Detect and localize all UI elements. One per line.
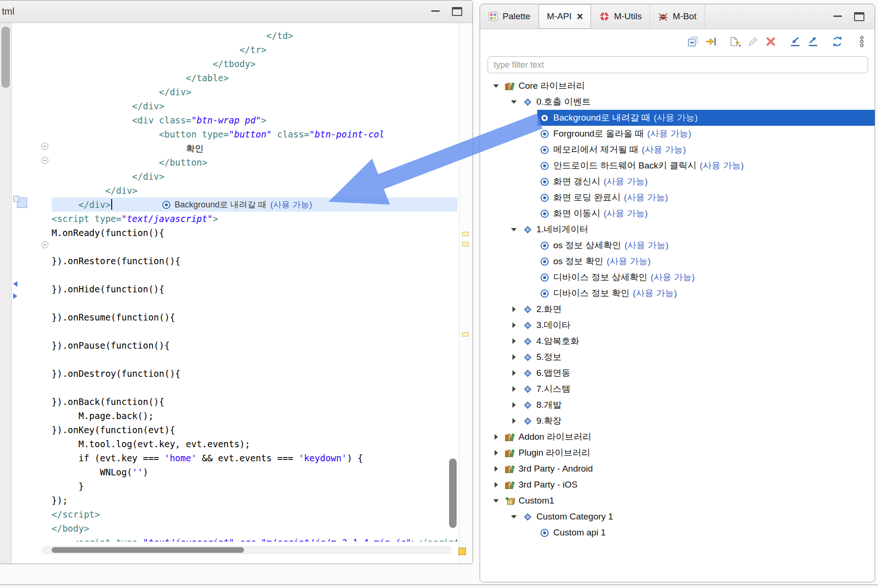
tree-item[interactable]: Custom1 [480, 493, 875, 509]
chevron-right-icon[interactable] [491, 482, 501, 488]
edit-icon[interactable] [746, 35, 759, 48]
tree-item[interactable]: 2.화면 [480, 301, 875, 317]
overflow-menu-icon[interactable] [855, 35, 868, 48]
tree-item-row[interactable]: Core 라이브러리 [503, 78, 875, 94]
collapse-all-icon[interactable] [686, 35, 699, 48]
refresh-icon[interactable] [831, 35, 844, 48]
tree-item-row[interactable]: 4.암복호화 [520, 333, 875, 349]
tab-m-bot[interactable]: M-Bot [650, 4, 705, 29]
tab-m-api[interactable]: M-API× [539, 4, 591, 29]
tree-item[interactable]: 화면 로딩 완료시(사용 가능) [480, 190, 875, 206]
tree-item-row[interactable]: Custom1 [503, 493, 875, 509]
minimize-icon[interactable] [431, 8, 440, 15]
chevron-right-icon[interactable] [509, 338, 519, 344]
tree-item-row[interactable]: 0.호출 이벤트 [520, 94, 875, 110]
tree-item[interactable]: 메모리에서 제거될 때(사용 가능) [480, 142, 875, 158]
tree-item-row[interactable]: os 정보 상세확인(사용 가능) [537, 237, 875, 253]
tree-item-row[interactable]: 안드로이드 하드웨어 Back키 클릭시(사용 가능) [537, 158, 875, 174]
chevron-right-icon[interactable] [509, 306, 519, 312]
export-icon[interactable] [806, 35, 819, 48]
horizontal-scrollbar[interactable] [41, 546, 452, 554]
fold-collapse-icon[interactable] [41, 157, 48, 164]
tree-item[interactable]: Core 라이브러리 [480, 78, 875, 94]
tree-item-row[interactable]: 3rd Party - iOS [503, 477, 875, 493]
tree-item[interactable]: Forground로 올라올 때(사용 가능) [480, 126, 875, 142]
tree-item[interactable]: Addon 라이브러리 [480, 429, 875, 445]
ruler-marker[interactable] [462, 232, 469, 236]
tree-item[interactable]: 3.데이타 [480, 317, 875, 333]
tree-item[interactable]: 4.암복호화 [480, 333, 875, 349]
chevron-right-icon[interactable] [509, 354, 519, 360]
chevron-right-icon[interactable] [509, 322, 519, 328]
tree-item[interactable]: os 정보 상세확인(사용 가능) [480, 237, 875, 253]
chevron-right-icon[interactable] [509, 402, 519, 408]
tree-item[interactable]: 1.네비게이터 [480, 221, 875, 237]
tab-m-utils[interactable]: M-Utils [591, 4, 650, 29]
chevron-right-icon[interactable] [509, 386, 519, 392]
fold-collapse-icon[interactable] [41, 241, 48, 248]
editor-left-ruler[interactable] [0, 23, 12, 564]
tree-item[interactable]: 3rd Party - Android [480, 461, 875, 477]
chevron-down-icon[interactable] [509, 100, 519, 104]
tree-item[interactable]: 6.앱연동 [480, 365, 875, 381]
tree-item-row[interactable]: 7.시스템 [520, 381, 875, 397]
chevron-right-icon[interactable] [491, 466, 501, 472]
horizontal-scrollbar-thumb[interactable] [52, 547, 244, 553]
tree-item[interactable]: 5.정보 [480, 349, 875, 365]
tree-item[interactable]: os 정보 확인(사용 가능) [480, 253, 875, 269]
chevron-right-icon[interactable] [509, 418, 519, 424]
tree-item[interactable]: 0.호출 이벤트 [480, 94, 875, 110]
tree-item-row[interactable]: 화면 이동시(사용 가능) [537, 206, 875, 221]
tree-item-row[interactable]: 3.데이타 [520, 317, 875, 333]
chevron-down-icon[interactable] [491, 499, 501, 503]
tree-item-row[interactable]: 8.개발 [520, 397, 875, 413]
left-ruler-thumb[interactable] [1, 27, 10, 88]
close-icon[interactable]: × [577, 11, 583, 22]
tree-item-row[interactable]: Background로 내려갈 때(사용 가능) [537, 110, 875, 126]
tree-item[interactable]: 안드로이드 하드웨어 Back키 클릭시(사용 가능) [480, 158, 875, 174]
tree-item[interactable]: Custom api 1 [480, 525, 875, 541]
new-api-icon[interactable] [728, 35, 741, 48]
chevron-right-icon[interactable] [491, 450, 501, 456]
tree-item-row[interactable]: 6.앱연동 [520, 365, 875, 381]
filter-input[interactable] [488, 56, 868, 73]
import-icon[interactable] [788, 35, 802, 48]
tree-item-row[interactable]: Forground로 올라올 때(사용 가능) [537, 126, 875, 142]
tree-item[interactable]: 화면 이동시(사용 가능) [480, 206, 875, 221]
tree-item-row[interactable]: 3rd Party - Android [503, 461, 875, 477]
tree-item[interactable]: 7.시스템 [480, 381, 875, 397]
tree-item-row[interactable]: 디바이스 정보 상세확인(사용 가능) [537, 269, 875, 285]
ruler-marker[interactable] [462, 332, 469, 336]
delete-icon[interactable] [764, 35, 777, 48]
tree-item[interactable]: Plugin 라이브러리 [480, 445, 875, 461]
tree-item[interactable]: Background로 내려갈 때(사용 가능) [480, 110, 875, 126]
maximize-icon[interactable] [452, 7, 462, 16]
chevron-right-icon[interactable] [509, 370, 519, 376]
tree-item-row[interactable]: 2.화면 [520, 301, 875, 317]
overview-ruler[interactable] [459, 23, 473, 564]
editor-tab-label[interactable]: tml [2, 6, 15, 17]
fold-collapse-icon[interactable] [41, 143, 48, 150]
tree-item[interactable]: 3rd Party - iOS [480, 477, 875, 493]
chevron-down-icon[interactable] [509, 515, 519, 519]
tree-item[interactable]: 9.확장 [480, 413, 875, 429]
tree-item-row[interactable]: Plugin 라이브러리 [503, 445, 875, 461]
tree-item-row[interactable]: 9.확장 [520, 413, 875, 429]
minimize-icon[interactable] [833, 13, 842, 20]
code-editor[interactable]: </td> </tr> </tbody> </table> </div> </d… [0, 23, 473, 564]
chevron-right-icon[interactable] [491, 434, 501, 440]
tree-item[interactable]: 디바이스 정보 확인(사용 가능) [480, 285, 875, 301]
tree-item-row[interactable]: Addon 라이브러리 [503, 429, 875, 445]
tree-item-row[interactable]: os 정보 확인(사용 가능) [537, 253, 875, 269]
tree-item-row[interactable]: Custom Category 1 [520, 509, 875, 525]
link-with-editor-icon[interactable] [704, 35, 717, 48]
tree-item-row[interactable]: Custom api 1 [537, 525, 875, 541]
tree-item-row[interactable]: 1.네비게이터 [520, 221, 875, 237]
maximize-icon[interactable] [854, 12, 864, 21]
tree-item-row[interactable]: 메모리에서 제거될 때(사용 가능) [537, 142, 875, 158]
tree-item-row[interactable]: 디바이스 정보 확인(사용 가능) [537, 285, 875, 301]
tab-palette[interactable]: Palette [480, 4, 539, 29]
chevron-down-icon[interactable] [491, 84, 501, 88]
tree-item[interactable]: 디바이스 정보 상세확인(사용 가능) [480, 269, 875, 285]
vertical-scrollbar[interactable] [449, 458, 457, 528]
